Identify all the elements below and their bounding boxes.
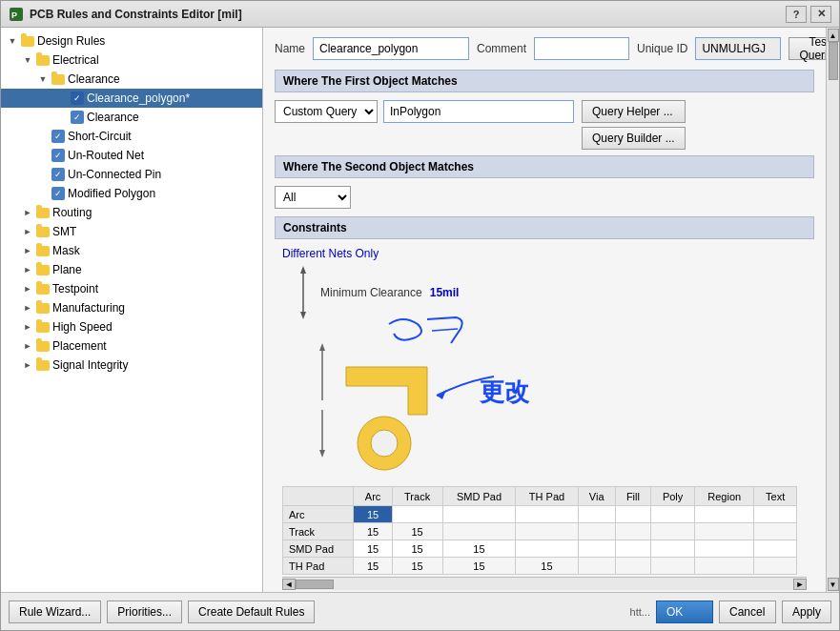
- v-scroll-thumb[interactable]: [829, 42, 838, 80]
- expander-none: [35, 148, 51, 163]
- scroll-up-btn[interactable]: ▲: [828, 29, 839, 42]
- scroll-right-btn[interactable]: ►: [793, 579, 807, 590]
- annotation-svg-right: 更改: [418, 348, 561, 453]
- tree-item-mask[interactable]: ► Mask: [1, 241, 262, 260]
- main-content: ▼ Design Rules ▼ Electrical ▼ Clearance …: [1, 28, 839, 592]
- second-object-select[interactable]: All: [275, 186, 351, 209]
- tree-label: Plane: [52, 263, 82, 276]
- scroll-left-btn[interactable]: ◄: [282, 579, 296, 590]
- col-header-arc: Arc: [354, 487, 392, 506]
- cell-track-text: [754, 523, 797, 540]
- col-header-fill: Fill: [615, 487, 650, 506]
- horizontal-scrollbar[interactable]: ◄ ►: [282, 577, 807, 590]
- folder-icon: [35, 205, 51, 220]
- tree-item-design-rules[interactable]: ▼ Design Rules: [1, 31, 262, 51]
- expander-routing: ►: [20, 205, 35, 220]
- apply-button[interactable]: Apply: [782, 600, 831, 623]
- tree-item-modified-polygon[interactable]: Modified Polygon: [1, 184, 262, 203]
- cancel-button[interactable]: Cancel: [719, 600, 776, 623]
- min-clearance-label: Minimum Clearance: [320, 286, 422, 299]
- folder-icon: [35, 262, 51, 277]
- tree-item-clearance[interactable]: Clearance: [1, 108, 262, 127]
- query-value-display: InPolygon: [383, 100, 574, 123]
- query-type-select[interactable]: Custom Query All Net Class: [275, 100, 378, 123]
- cell-th-poly: [651, 558, 695, 575]
- h-scroll-thumb[interactable]: [296, 580, 334, 589]
- cell-arc-via: [578, 506, 615, 523]
- min-clearance-value: 15mil: [430, 286, 460, 299]
- second-object-header: Where The Second Object Matches: [275, 155, 814, 178]
- rule-icon: [51, 148, 66, 163]
- test-queries-button[interactable]: Test Queries: [789, 37, 826, 60]
- cell-smd-arc: 15: [354, 540, 392, 558]
- tree-item-un-connected-pin[interactable]: Un-Connected Pin: [1, 165, 262, 184]
- priorities-button[interactable]: Priorities...: [107, 600, 182, 623]
- tree-item-high-speed[interactable]: ► High Speed: [1, 317, 262, 336]
- rule-wizard-button[interactable]: Rule Wizard...: [9, 600, 101, 623]
- constraints-header: Constraints: [275, 216, 814, 239]
- cell-th-track: 15: [392, 558, 442, 575]
- tree-label: Short-Circuit: [68, 130, 132, 143]
- comment-label: Comment: [477, 42, 526, 55]
- cell-arc-region: [695, 506, 754, 523]
- folder-icon: [51, 71, 66, 87]
- ok-button[interactable]: OK: [656, 600, 713, 623]
- expander-none: [54, 91, 70, 106]
- row-label-th-pad: TH Pad: [283, 558, 354, 575]
- tree-item-smt[interactable]: ► SMT: [1, 222, 262, 241]
- tree-item-manufacturing[interactable]: ► Manufacturing: [1, 298, 262, 317]
- cell-smd-via: [578, 540, 615, 558]
- app-icon: P: [9, 7, 24, 22]
- tree-item-signal-integrity[interactable]: ► Signal Integrity: [1, 356, 262, 375]
- tree-item-electrical[interactable]: ▼ Electrical: [1, 51, 262, 70]
- cell-arc-arc: 15: [354, 506, 392, 523]
- tree-label: Electrical: [52, 53, 99, 67]
- svg-marker-8: [319, 450, 325, 458]
- query-builder-button[interactable]: Query Builder ...: [582, 127, 686, 150]
- folder-icon: [35, 300, 51, 316]
- cell-arc-th: [516, 506, 578, 523]
- cell-track-region: [695, 523, 754, 540]
- cell-track-track: 15: [392, 523, 442, 540]
- cell-smd-text: [754, 540, 797, 558]
- scroll-down-btn[interactable]: ▼: [828, 578, 839, 591]
- expander-signal-integrity: ►: [20, 357, 35, 373]
- svg-text:P: P: [11, 10, 17, 20]
- tree-label: Routing: [52, 206, 92, 219]
- tree-label: Signal Integrity: [52, 358, 128, 372]
- cell-smd-fill: [615, 540, 650, 558]
- expander-smt: ►: [20, 224, 35, 239]
- name-input[interactable]: [313, 37, 469, 60]
- tree-item-short-circuit[interactable]: Short-Circuit: [1, 127, 262, 146]
- table-row: SMD Pad 15 15 15: [283, 540, 797, 558]
- tree-item-clearance-folder[interactable]: ▼ Clearance: [1, 70, 262, 89]
- create-default-rules-button[interactable]: Create Default Rules: [188, 600, 315, 623]
- tree-item-plane[interactable]: ► Plane: [1, 260, 262, 279]
- rule-icon: [51, 186, 66, 201]
- expander-none: [35, 167, 51, 182]
- query-helper-button[interactable]: Query Helper ...: [582, 100, 686, 123]
- col-header-th-pad: TH Pad: [516, 487, 578, 506]
- tree-item-placement[interactable]: ► Placement: [1, 336, 262, 356]
- expander-mask: ►: [20, 243, 35, 258]
- expander-clearance: ▼: [35, 71, 51, 87]
- cell-track-smd: [442, 523, 516, 540]
- row-label-smd-pad: SMD Pad: [283, 540, 354, 558]
- tree-label: High Speed: [52, 320, 113, 334]
- expander-none: [35, 186, 51, 201]
- tree-item-testpoint[interactable]: ► Testpoint: [1, 279, 262, 298]
- cell-th-th: 15: [516, 558, 578, 575]
- tree-label: Modified Polygon: [68, 187, 155, 200]
- close-button[interactable]: ✕: [810, 6, 831, 23]
- cell-th-fill: [615, 558, 650, 575]
- tree-item-routing[interactable]: ► Routing: [1, 203, 262, 222]
- folder-icon: [35, 243, 51, 258]
- vertical-scrollbar[interactable]: ▲ ▼: [826, 28, 839, 592]
- row-label-track: Track: [283, 523, 354, 540]
- help-button[interactable]: ?: [786, 6, 807, 23]
- expander-high-speed: ►: [20, 319, 35, 335]
- bottom-bar: Rule Wizard... Priorities... Create Defa…: [1, 592, 839, 630]
- tree-item-clearance-polygon[interactable]: Clearance_polygon*: [1, 89, 262, 108]
- tree-item-un-routed-net[interactable]: Un-Routed Net: [1, 146, 262, 165]
- comment-input[interactable]: [534, 37, 629, 60]
